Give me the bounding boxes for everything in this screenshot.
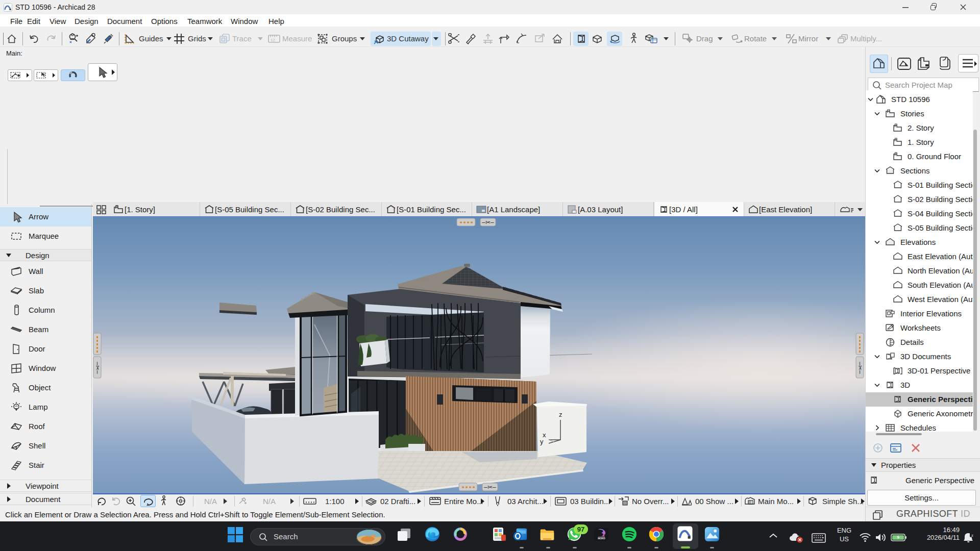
svg-text:M365: M365 [598, 537, 605, 540]
svg-text:–✂–: –✂– [482, 219, 494, 226]
svg-text:z: z [971, 533, 973, 538]
svg-text:–✂–: –✂– [484, 484, 496, 491]
svg-text:–✂–: –✂– [856, 362, 864, 374]
svg-text:12: 12 [271, 38, 275, 42]
svg-text:–✂–: –✂– [94, 362, 101, 374]
svg-text:y: y [540, 438, 544, 445]
svg-text:z: z [559, 411, 562, 418]
